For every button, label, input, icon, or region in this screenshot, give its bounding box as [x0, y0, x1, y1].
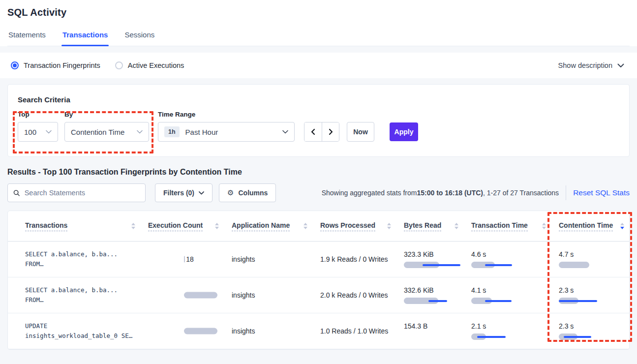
- contention-time-value: 2.3 s: [559, 322, 629, 330]
- transaction-time-cell: 4.1 s: [471, 277, 559, 313]
- sort-icon[interactable]: [131, 223, 135, 229]
- tab-sessions[interactable]: Sessions: [123, 30, 155, 46]
- column-header-execution-count[interactable]: Execution Count: [148, 211, 232, 241]
- execution-count-bar: [184, 328, 217, 334]
- radio-active-executions[interactable]: Active Executions: [115, 61, 184, 69]
- now-button[interactable]: Now: [347, 122, 374, 142]
- transaction-time-line: [477, 336, 506, 338]
- chevron-right-icon: [327, 128, 334, 135]
- column-header-transaction-time[interactable]: Transaction Time: [471, 211, 559, 241]
- filters-button[interactable]: Filters (0): [155, 183, 212, 202]
- execution-count-cell: 2k: [148, 277, 232, 313]
- bytes-read-value: 323.3 KiB: [404, 250, 471, 258]
- sort-icon[interactable]: [455, 223, 458, 229]
- column-header-application-name[interactable]: Application Name: [232, 211, 320, 241]
- application-name-cell: insights: [232, 242, 320, 277]
- column-header-contention-time[interactable]: Contention Time: [559, 211, 629, 241]
- bytes-read-line: [423, 264, 460, 266]
- sort-icon[interactable]: [303, 223, 307, 229]
- search-criteria-card: Search Criteria Top 100 By Contention Ti…: [7, 84, 630, 157]
- application-name-value: insights: [232, 255, 320, 263]
- top-value: 100: [24, 128, 36, 136]
- contention-time-line: [559, 300, 597, 302]
- sort-icon[interactable]: [215, 223, 219, 229]
- bytes-read-cell: 323.3 KiB: [404, 242, 471, 277]
- transaction-time-value: 4.6 s: [471, 250, 559, 258]
- stats-suffix: , 1-27 of 27 Transactions: [483, 189, 559, 197]
- application-name-value: insights: [232, 291, 320, 299]
- chevron-down-icon: [46, 130, 52, 134]
- rows-processed-cell: 1.0 Reads / 1.0 Writes: [320, 313, 404, 349]
- sort-icon[interactable]: [542, 223, 546, 229]
- radio-label: Active Executions: [128, 61, 184, 69]
- contention-time-cell: 4.7 s: [559, 242, 629, 277]
- chevron-left-icon: [310, 128, 317, 135]
- top-select[interactable]: 100: [18, 122, 58, 142]
- application-name-cell: insights: [232, 277, 320, 313]
- time-range-label: Time Range: [158, 111, 295, 118]
- column-header-label: Transactions: [25, 221, 67, 231]
- contention-time-cell: 2.3 s: [559, 277, 629, 313]
- criteria-fields: Top 100 By Contention Time Time Range 1h…: [18, 111, 619, 142]
- time-step-group: [304, 122, 339, 142]
- stats-prefix: Showing aggregated stats from: [322, 189, 417, 197]
- execution-count-bar: [184, 256, 185, 263]
- column-header-transactions[interactable]: Transactions: [8, 211, 148, 241]
- query-line1: UPDATE: [25, 321, 148, 331]
- contention-time-line: [564, 336, 591, 338]
- radio-transaction-fingerprints[interactable]: Transaction Fingerprints: [11, 61, 100, 69]
- rows-processed-value: 2.0 k Reads / 0 Writes: [320, 291, 404, 299]
- tab-transactions[interactable]: Transactions: [61, 30, 109, 46]
- tab-statements[interactable]: Statements: [7, 30, 47, 46]
- show-description-toggle[interactable]: Show description: [558, 61, 626, 69]
- page-header: SQL Activity Statements Transactions Ses…: [0, 0, 637, 46]
- sort-icon[interactable]: [387, 223, 391, 229]
- next-time-button[interactable]: [322, 122, 339, 141]
- transaction-query-cell[interactable]: SELECT a.balance, b.ba... FROM…: [8, 277, 148, 313]
- columns-button[interactable]: ⚙ Columns: [219, 183, 276, 202]
- top-label: Top: [18, 111, 58, 118]
- radio-label: Transaction Fingerprints: [24, 61, 100, 69]
- reset-sql-stats-link[interactable]: Reset SQL Stats: [573, 188, 630, 197]
- query-line1: SELECT a.balance, b.ba...: [25, 285, 148, 295]
- previous-time-button[interactable]: [304, 122, 322, 141]
- execution-count-cell: 2k: [148, 313, 232, 349]
- query-line2: insights_workload_table_0 SE…: [25, 331, 148, 341]
- results-controls: Filters (0) ⚙ Columns Showing aggregated…: [7, 183, 630, 202]
- chevron-down-icon: [282, 130, 288, 134]
- apply-button[interactable]: Apply: [390, 122, 418, 141]
- columns-label: Columns: [238, 189, 268, 197]
- search-criteria-heading: Search Criteria: [18, 95, 619, 104]
- transaction-time-line: [485, 264, 512, 266]
- transaction-time-value: 4.1 s: [471, 286, 559, 294]
- rows-processed-value: 1.9 k Reads / 0 Writes: [320, 255, 404, 263]
- execution-count-value: 18: [186, 255, 194, 263]
- search-input[interactable]: [25, 189, 140, 197]
- view-toggle-bar: Transaction Fingerprints Active Executio…: [0, 53, 637, 78]
- column-header-rows-processed[interactable]: Rows Processed: [320, 211, 404, 241]
- page-title: SQL Activity: [7, 7, 630, 18]
- by-select[interactable]: Contention Time: [64, 122, 149, 142]
- stats-range: 15:00 to 16:18 (UTC): [417, 189, 483, 197]
- bytes-read-cell: 332.6 KiB: [404, 277, 471, 313]
- column-header-label: Application Name: [232, 221, 290, 231]
- radio-unselected-icon[interactable]: [115, 61, 123, 69]
- rows-processed-cell: 1.9 k Reads / 0 Writes: [320, 242, 404, 277]
- transaction-query-cell[interactable]: UPDATE insights_workload_table_0 SE…: [8, 313, 148, 349]
- sort-icon[interactable]: [620, 223, 624, 229]
- execution-count-bar: [184, 292, 217, 299]
- radio-selected-icon[interactable]: [11, 61, 19, 69]
- table-body: SELECT a.balance, b.ba... FROM… 18 insig…: [8, 242, 629, 349]
- transaction-time-line: [485, 300, 512, 302]
- stats-summary: Showing aggregated stats from 15:00 to 1…: [322, 189, 559, 197]
- vertical-divider: [566, 185, 566, 200]
- by-field: By Contention Time: [64, 111, 149, 142]
- search-box[interactable]: [7, 183, 146, 202]
- tab-bar: Statements Transactions Sessions: [7, 30, 630, 46]
- query-line2: FROM…: [25, 295, 148, 305]
- column-header-bytes-read[interactable]: Bytes Read: [404, 211, 471, 241]
- transaction-query-cell[interactable]: SELECT a.balance, b.ba... FROM…: [8, 242, 148, 277]
- gear-icon: ⚙: [227, 189, 234, 197]
- transactions-table: Transactions Execution Count Application…: [7, 211, 630, 350]
- time-range-select[interactable]: 1h Past Hour: [158, 122, 295, 142]
